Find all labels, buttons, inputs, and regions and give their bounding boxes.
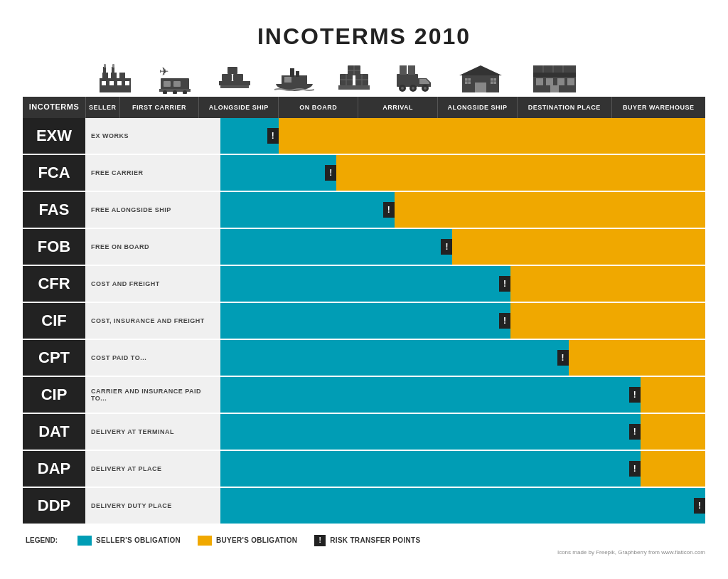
- term-cell: EXW: [23, 118, 85, 154]
- svg-point-43: [412, 87, 414, 90]
- bar-area: !: [220, 451, 705, 487]
- seller-bar: !: [220, 488, 705, 524]
- bar-area: !: [220, 229, 705, 265]
- credits-text: Icons made by Freepik, Graphberry from w…: [23, 549, 705, 556]
- bar-area: !: [220, 266, 705, 302]
- seller-bar: !: [220, 303, 510, 339]
- desc-cell: DELIVERY DUTY PLACE: [85, 488, 220, 524]
- desc-cell: DELIVERY AT TERMINAL: [85, 414, 220, 450]
- term-cell: DDP: [23, 488, 85, 524]
- svg-rect-67: [550, 85, 559, 92]
- arrival-icon-cell: [324, 63, 384, 97]
- risk-marker: !: [325, 165, 336, 181]
- svg-rect-11: [125, 81, 129, 85]
- bar-area: !: [220, 118, 705, 154]
- svg-rect-39: [397, 74, 418, 87]
- on-board-icon-cell: [264, 63, 324, 97]
- svg-rect-5: [112, 67, 114, 74]
- seller-icon-cell: [85, 63, 145, 97]
- svg-rect-9: [109, 81, 114, 85]
- table-row: FASFREE ALONGSIDE SHIP!: [23, 192, 705, 229]
- header-incoterms: INCOTERMS: [23, 97, 85, 117]
- seller-bar: !: [220, 118, 279, 154]
- seller-bar: !: [220, 377, 641, 413]
- svg-rect-14: [164, 81, 171, 87]
- svg-rect-6: [104, 64, 106, 68]
- bar-area: !: [220, 303, 705, 339]
- legend-seller-text: SELLER'S OBLIGATION: [96, 536, 181, 544]
- desc-cell: FREE ALONGSIDE SHIP: [85, 192, 220, 228]
- svg-rect-21: [233, 74, 243, 81]
- table-row: FCAFREE CARRIER!: [23, 155, 705, 192]
- header-buyer-warehouse: BUYER WAREHOUSE: [611, 97, 705, 117]
- table-row: DATDELIVERY AT TERMINAL!: [23, 414, 705, 451]
- risk-marker: !: [629, 387, 641, 403]
- seller-bar: !: [220, 155, 336, 191]
- truck-icon-cell: [384, 63, 444, 97]
- term-cell: FCA: [23, 155, 85, 191]
- svg-rect-26: [290, 68, 294, 77]
- bar-area: !: [220, 192, 705, 228]
- svg-rect-15: [173, 81, 181, 87]
- header-alongside-ship: ALONGSIDE SHIP: [198, 97, 278, 117]
- factory-icon: [98, 63, 132, 94]
- header-on-board: ON BOARD: [278, 97, 358, 117]
- table-row: DAPDELIVERY AT PLACE!: [23, 451, 705, 488]
- svg-rect-65: [557, 78, 564, 85]
- page-title: INCOTERMS 2010: [23, 23, 705, 50]
- legend-risk-text: RISK TRANSFER POINTS: [330, 536, 420, 544]
- desc-cell: FREE CARRIER: [85, 155, 220, 191]
- desc-cell: EX WORKS: [85, 118, 220, 154]
- icons-row: ✈: [23, 63, 705, 97]
- table-row: FOBFREE ON BOARD!: [23, 229, 705, 266]
- term-cell: CIF: [23, 303, 85, 339]
- legend-buyer-box: [198, 536, 212, 546]
- svg-rect-4: [103, 67, 106, 74]
- legend-label: LEGEND:: [26, 536, 58, 544]
- desc-cell: COST PAID TO...: [85, 340, 220, 376]
- desc-cell: DELIVERY AT PLACE: [85, 451, 220, 487]
- bar-area: !: [220, 414, 705, 450]
- svg-rect-7: [112, 64, 114, 68]
- table-row: CFRCOST AND FREIGHT!: [23, 266, 705, 303]
- svg-rect-27: [296, 71, 299, 77]
- table-row: DDPDELIVERY DUTY PLACE!: [23, 488, 705, 525]
- svg-rect-50: [475, 83, 486, 92]
- seller-bar: !: [220, 451, 641, 487]
- risk-marker: !: [694, 498, 705, 514]
- transport-icon: ✈: [156, 63, 193, 94]
- ship-icon: [274, 63, 314, 94]
- rows-container: EXWEX WORKS!FCAFREE CARRIER!FASFREE ALON…: [23, 118, 705, 525]
- svg-rect-10: [117, 81, 122, 85]
- warehouse-icon: [459, 63, 502, 94]
- term-cell: CFR: [23, 266, 85, 302]
- risk-marker: !: [383, 202, 395, 218]
- table-row: CIFCOST, INSURANCE AND FREIGHT!: [23, 303, 705, 340]
- header-alongside-ship2: ALONGSIDE SHIP: [437, 97, 517, 117]
- desc-cell: COST AND FREIGHT: [85, 266, 220, 302]
- svg-rect-59: [533, 65, 576, 73]
- header-seller: SELLER: [85, 97, 119, 117]
- table-row: CPTCOST PAID TO...!: [23, 340, 705, 377]
- desc-cell: COST, INSURANCE AND FREIGHT: [85, 303, 220, 339]
- svg-rect-20: [222, 74, 232, 81]
- risk-marker: !: [499, 313, 510, 329]
- first-carrier-icon-cell: ✈: [145, 63, 205, 97]
- svg-point-45: [424, 87, 427, 90]
- risk-marker: !: [629, 461, 641, 477]
- seller-bar: !: [220, 414, 641, 450]
- bar-area: !: [220, 377, 705, 413]
- risk-marker: !: [267, 128, 279, 144]
- legend: LEGEND: SELLER'S OBLIGATION BUYER'S OBLI…: [23, 535, 705, 546]
- header-first-carrier: FIRST CARRIER: [119, 97, 199, 117]
- seller-bar: !: [220, 192, 395, 228]
- table-row: EXWEX WORKS!: [23, 118, 705, 155]
- term-cell: FAS: [23, 192, 85, 228]
- term-cell: CPT: [23, 340, 85, 376]
- crane-icon: [216, 63, 253, 94]
- term-cell: FOB: [23, 229, 85, 265]
- svg-marker-49: [459, 65, 502, 75]
- legend-seller-box: [77, 536, 92, 546]
- svg-rect-28: [284, 77, 291, 83]
- boxes-icon: [336, 63, 373, 94]
